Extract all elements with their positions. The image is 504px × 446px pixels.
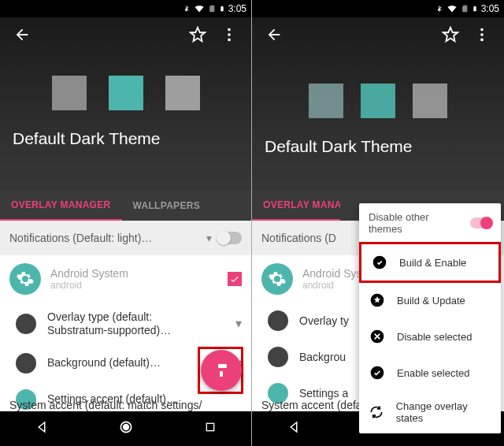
overlay-type-swatch [268, 310, 288, 331]
background-label: Backgrou [299, 351, 346, 364]
swatch-2 [361, 84, 395, 118]
change-states-label: Change overlay states [396, 400, 491, 424]
change-states-item[interactable]: Change overlay states [359, 391, 501, 433]
notifications-label: Notifications (Default: light)… [9, 232, 152, 244]
overlay-type-label: Overlay ty [299, 314, 349, 328]
chevron-down-icon: ▾ [206, 232, 212, 244]
status-time: 3:05 [481, 3, 499, 14]
action-popup: Disable other themes Build & Enable Buil… [359, 203, 501, 433]
android-system-title: Android System [50, 267, 128, 280]
bluetooth-icon [183, 3, 191, 14]
nav-home[interactable] [118, 419, 134, 438]
gear-icon [261, 263, 293, 295]
wifi-icon [194, 4, 205, 13]
square-recents-icon [204, 421, 217, 433]
chevron-down-icon: ▾ [235, 316, 242, 331]
disable-selected-item[interactable]: Disable selected [359, 318, 501, 355]
tabs: OVERLAY MANAGER WALLPAPERS [0, 191, 251, 221]
battery-icon [472, 3, 478, 14]
appbar [252, 17, 504, 52]
overlay-type-swatch [16, 314, 36, 334]
header: Default Dark Theme [0, 17, 251, 191]
overflow-button[interactable] [213, 19, 245, 50]
check-icon [229, 273, 240, 284]
nav-recents[interactable] [204, 421, 217, 437]
svg-point-9 [373, 256, 387, 269]
back-button[interactable] [6, 19, 38, 50]
star-icon [189, 26, 206, 43]
tab-wallpapers[interactable]: WALLPAPERS [122, 191, 211, 221]
more-vert-icon [220, 26, 238, 43]
overlay-type-row[interactable]: Overlay type (default: Substratum-suppor… [0, 303, 251, 345]
android-system-subtitle: android [50, 280, 128, 291]
screen-right: 3:05 Default Dark Theme OVERLAY MANAGER … [252, 0, 504, 446]
svg-point-12 [371, 366, 384, 380]
build-enable-label: Build & Enable [399, 257, 466, 269]
favorite-button[interactable] [182, 19, 213, 50]
overflow-button[interactable] [466, 19, 498, 50]
enable-selected-label: Enable selected [397, 367, 470, 379]
no-sim-icon [461, 3, 469, 14]
svg-rect-5 [206, 423, 213, 430]
more-vert-icon [473, 26, 491, 43]
background-swatch [268, 347, 288, 367]
android-system-text: Android System android [50, 267, 128, 291]
nav-bar [0, 411, 251, 446]
disable-other-themes-row[interactable]: Disable other themes [359, 203, 501, 243]
swatch-1 [309, 84, 343, 118]
arrow-back-icon [265, 26, 283, 43]
gear-icon [9, 263, 41, 295]
favorite-button[interactable] [435, 19, 466, 50]
tab-overlay-manager[interactable]: OVERLAY MANAGER [252, 191, 340, 221]
check-badge-icon [371, 254, 388, 271]
settings-accent-label: Settings a [299, 387, 348, 400]
fab-apply[interactable] [201, 350, 242, 391]
svg-point-1 [228, 33, 231, 36]
android-system-checkbox[interactable] [228, 272, 242, 286]
svg-point-2 [228, 39, 231, 42]
status-time: 3:05 [228, 3, 246, 14]
notifications-row[interactable]: Notifications (Default: light)… ▾ [0, 221, 251, 255]
star-icon [442, 26, 459, 43]
page-title: Default Dark Theme [0, 110, 251, 148]
disable-selected-label: Disable selected [397, 331, 472, 343]
background-swatch [16, 353, 36, 374]
appbar [0, 17, 251, 52]
build-enable-item[interactable]: Build & Enable [359, 242, 501, 283]
no-sim-icon [208, 3, 216, 14]
nav-back[interactable] [35, 420, 49, 437]
wifi-icon [447, 4, 458, 13]
overlay-type-label: Overlay type (default: Substratum-suppor… [47, 310, 189, 337]
star-circle-icon [369, 292, 386, 309]
triangle-back-icon [287, 420, 301, 434]
swatch-1 [52, 76, 87, 110]
back-button[interactable] [258, 19, 290, 50]
arrow-back-icon [13, 26, 31, 43]
enable-selected-item[interactable]: Enable selected [359, 355, 501, 391]
svg-point-8 [480, 39, 484, 42]
page-title: Default Dark Theme [252, 118, 504, 156]
build-update-label: Build & Update [397, 295, 465, 307]
disable-other-themes-toggle[interactable] [470, 217, 491, 229]
system-accent-label: System accent (default: match settings/ [9, 399, 202, 411]
color-swatches [252, 84, 504, 118]
background-label: Background (default)… [47, 356, 161, 370]
tab-overlay-manager[interactable]: OVERLAY MANAGER [0, 191, 122, 221]
color-swatches [0, 76, 251, 110]
notifications-label: Notifications (D [261, 232, 336, 244]
battery-icon [219, 3, 225, 14]
notifications-toggle[interactable] [218, 232, 242, 244]
nav-back[interactable] [287, 420, 301, 437]
svg-point-0 [228, 28, 231, 32]
bluetooth-icon [435, 3, 443, 14]
refresh-icon [369, 403, 385, 421]
swatch-2 [109, 76, 143, 110]
header: Default Dark Theme [252, 17, 504, 191]
paint-roller-icon [212, 361, 231, 380]
android-system-row[interactable]: Android System android [0, 255, 251, 303]
build-update-item[interactable]: Build & Update [359, 282, 501, 318]
circle-home-icon [118, 419, 134, 435]
check-circle-icon [369, 364, 386, 381]
x-circle-icon [369, 328, 386, 345]
svg-point-6 [480, 28, 484, 32]
